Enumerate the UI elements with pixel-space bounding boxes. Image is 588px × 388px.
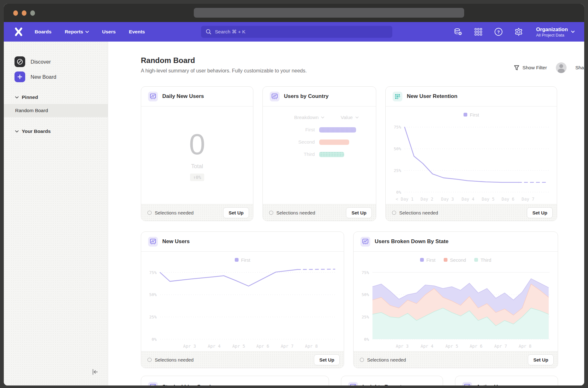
nav-item-users[interactable]: Users (102, 29, 116, 35)
setup-button[interactable]: Set Up (528, 354, 554, 365)
svg-text:Day 3: Day 3 (441, 197, 454, 202)
state-chart-area: 75%50%25%0%Apr 3Apr 4Apr 5Apr 6Apr 7Apr … (356, 264, 555, 351)
card-title: Active Users (476, 384, 509, 386)
sidebar-item-discover[interactable]: Discover (4, 55, 108, 68)
chart-legend: First (386, 111, 557, 118)
value-dropdown[interactable]: Value (341, 115, 359, 120)
svg-text:Apr 4: Apr 4 (421, 344, 434, 349)
svg-text:75%: 75% (362, 270, 369, 275)
svg-text:Apr 3: Apr 3 (396, 344, 409, 349)
state-chart: 75%50%25%0%Apr 3Apr 4Apr 5Apr 6Apr 7Apr … (356, 264, 555, 351)
card-daily-new-users: Daily New Users 0 Total ↑0% Selections n… (141, 86, 253, 221)
sidebar-section-your-boards[interactable]: Your Boards (4, 126, 108, 137)
legend-item: Second (444, 257, 466, 263)
show-filter-button[interactable]: Show Filter (514, 65, 547, 71)
chevron-down-icon (571, 31, 575, 33)
svg-text:0%: 0% (152, 337, 157, 342)
nav-right: ? Organization All Project Data (453, 26, 575, 37)
chevron-down-icon (355, 117, 359, 118)
card-title: Daily New Users (162, 93, 204, 100)
svg-text:25%: 25% (149, 315, 157, 319)
svg-text:Day 4: Day 4 (462, 197, 475, 202)
url-bar[interactable] (194, 8, 464, 18)
mixpanel-logo-icon[interactable] (13, 26, 24, 37)
search-input[interactable]: Search ⌘ + K (201, 26, 392, 38)
svg-text:Apr 7: Apr 7 (494, 344, 507, 349)
radio-empty-icon (360, 358, 364, 362)
legend-swatch (464, 113, 467, 117)
sidebar-section-pinned[interactable]: Pinned (4, 92, 108, 103)
legend-swatch (474, 258, 478, 262)
line-chart-icon (270, 92, 280, 101)
legend-swatch (420, 258, 424, 262)
avatar[interactable] (556, 62, 567, 73)
legend-item: First (235, 257, 250, 263)
card-active-users: Active Users (455, 376, 558, 385)
sidebar-item-label: Discover (31, 59, 51, 65)
svg-text:Day 2: Day 2 (421, 197, 434, 202)
nav-item-boards[interactable]: Boards (35, 29, 51, 35)
nav-item-events[interactable]: Events (129, 29, 145, 35)
svg-text:Apr 4: Apr 4 (208, 344, 221, 349)
setup-button[interactable]: Set Up (314, 354, 340, 365)
breakdown-dropdown[interactable]: Breakdown (263, 115, 324, 120)
bar-second (319, 140, 349, 145)
selections-needed-status: Selections needed (147, 357, 193, 362)
help-icon[interactable]: ? (494, 27, 503, 37)
page-description: A high-level summary of user behaviors. … (141, 68, 307, 74)
bar-third (319, 152, 344, 157)
svg-text:Day 7: Day 7 (522, 197, 534, 202)
setup-button[interactable]: Set Up (223, 207, 249, 218)
svg-text:Apr 7: Apr 7 (281, 344, 294, 349)
sidebar-item-random-board[interactable]: Random Board (4, 104, 108, 117)
card-new-user-retention: New User Retention First 75%50%25%0%< Da… (385, 86, 557, 221)
share-button[interactable]: Share (575, 65, 584, 71)
legend-swatch (235, 258, 239, 262)
breakdown-row: Second (263, 139, 376, 145)
line-chart-icon (360, 237, 370, 247)
close-window-button[interactable] (13, 10, 18, 16)
svg-text:Apr 5: Apr 5 (232, 344, 245, 349)
svg-text:Apr 8: Apr 8 (519, 344, 532, 349)
nav-items: Boards Reports Users Events (35, 29, 145, 35)
setup-button[interactable]: Set Up (527, 207, 553, 218)
card-title: New User Retention (407, 93, 458, 100)
card-title: Users by Country (284, 93, 329, 100)
line-chart-icon (148, 237, 158, 247)
minimize-window-button[interactable] (22, 10, 26, 16)
svg-text:Apr 6: Apr 6 (470, 344, 482, 349)
radio-empty-icon (147, 211, 152, 215)
card-users-by-state: Users Broken Down By State FirstSecondTh… (353, 231, 558, 368)
sidebar-item-new-board[interactable]: New Board (4, 71, 108, 83)
settings-gear-icon[interactable] (514, 27, 523, 37)
compass-icon (14, 56, 25, 67)
svg-text:?: ? (497, 30, 500, 34)
zoom-window-button[interactable] (30, 10, 35, 16)
sidebar-collapse-button[interactable] (91, 368, 99, 377)
svg-text:Apr 8: Apr 8 (305, 344, 318, 349)
search-icon (205, 29, 212, 35)
org-switcher[interactable]: Organization All Project Data (536, 26, 575, 37)
legend-item: Third (474, 257, 491, 263)
svg-text:Day 5: Day 5 (482, 197, 495, 202)
setup-button[interactable]: Set Up (346, 207, 372, 218)
new-users-chart-area: 75%50%25%0%Apr 3Apr 4Apr 5Apr 6Apr 7Apr … (144, 264, 341, 351)
chart-legend: First (141, 257, 344, 263)
card-title: Stacked Line Graph (162, 384, 213, 386)
bar-first (319, 127, 356, 133)
retention-chart: 75%50%25%0%< Day 1Day 2Day 3Day 4Day 5Da… (388, 119, 554, 203)
card-users-by-country: Users by Country Breakdown Value (262, 86, 376, 221)
svg-text:50%: 50% (394, 146, 401, 151)
apps-grid-icon[interactable] (474, 27, 483, 37)
sidebar-item-label: New Board (31, 74, 56, 80)
line-chart-icon (348, 382, 358, 385)
data-management-icon[interactable] (453, 27, 463, 37)
search-placeholder: Search ⌘ + K (215, 29, 245, 35)
breakdown-row: Third (263, 151, 376, 157)
svg-text:50%: 50% (149, 292, 157, 297)
nav-item-reports[interactable]: Reports (65, 29, 89, 35)
line-chart-icon (462, 382, 472, 385)
org-name: Organization (536, 26, 568, 33)
retention-grid-icon (393, 92, 402, 101)
selections-needed-status: Selections needed (269, 210, 315, 215)
